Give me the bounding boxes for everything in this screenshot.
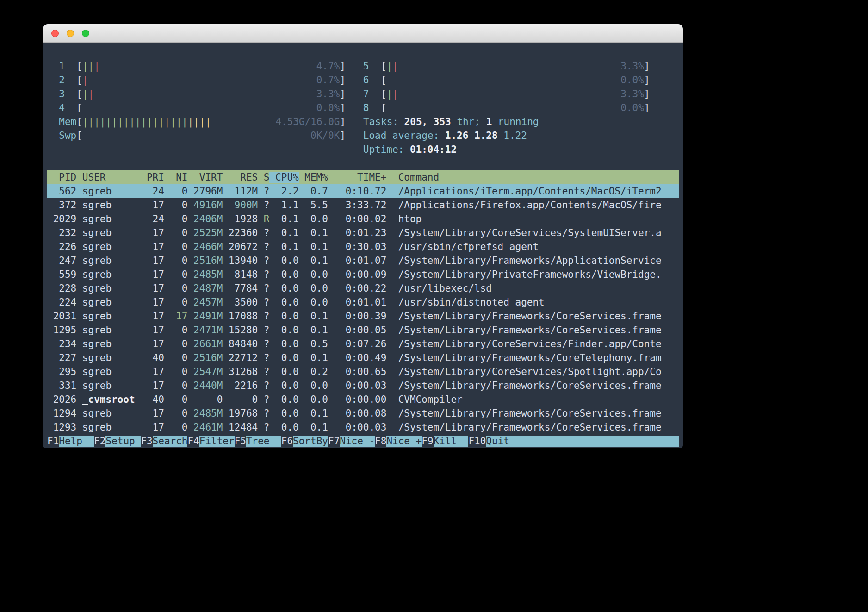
cell-ni: 0 [164, 200, 188, 211]
meter-value: 3.3% [620, 61, 644, 72]
memory-meter-line: Mem[|||||||||||||||||||||| 4.53G/16.0G] … [47, 115, 683, 129]
cell-virt: 2485M [187, 408, 223, 419]
cell-time: 0:01.07 [328, 255, 386, 266]
column-header-virt[interactable]: VIRT [187, 172, 223, 183]
cell-user: sgreb [76, 227, 141, 238]
fkey-nice[interactable]: F8Nice + [375, 436, 422, 447]
process-row[interactable]: 2031 sgreb 17 17 2491M 17088 ? 0.0 0.1 0… [47, 309, 679, 323]
meter-tick: | [392, 61, 398, 72]
meter-label: 7 [363, 88, 381, 100]
meter-tick: | [100, 116, 106, 127]
process-row[interactable]: 1295 sgreb 17 0 2471M 15280 ? 0.0 0.1 0:… [47, 323, 679, 337]
window-titlebar[interactable] [43, 24, 683, 43]
column-header-s[interactable]: S [258, 172, 269, 183]
fkey-label: Tree [246, 436, 281, 447]
column-header-res[interactable]: RES [223, 172, 258, 183]
cell-command: /Applications/Firefox.app/Contents/MacOS… [386, 200, 679, 211]
cell-virt: 2485M [187, 269, 223, 280]
process-row[interactable]: 232 sgreb 17 0 2525M 22360 ? 0.1 0.1 0:0… [47, 226, 679, 240]
process-row[interactable]: 1293 sgreb 17 0 2461M 12484 ? 0.0 0.1 0:… [47, 420, 679, 434]
column-header-cpu[interactable]: CPU% [269, 172, 298, 183]
meter-label: 1 [59, 61, 76, 72]
cell-command: /System/Library/Frameworks/ApplicationSe… [386, 255, 679, 266]
htop-terminal[interactable]: 1 [||| 4.7%] 5 [|| 3.3%] 2 [| 0.7%] 6 [ … [43, 43, 683, 448]
fkey-setup[interactable]: F2Setup [94, 436, 141, 447]
meter-label: 8 [363, 102, 381, 113]
process-row[interactable]: 331 sgreb 17 0 2440M 2216 ? 0.0 0.0 0:00… [47, 379, 679, 393]
column-header-time[interactable]: TIME+ [328, 172, 386, 183]
cell-time: 0:00.03 [328, 422, 386, 433]
meter-open-bracket: [ [381, 88, 387, 100]
process-row[interactable]: 372 sgreb 17 0 4916M 900M ? 1.1 5.5 3:33… [47, 198, 679, 212]
meter-tick: | [129, 116, 135, 127]
cell-res: 900M [223, 200, 258, 211]
tasks-summary: Tasks: [363, 116, 404, 127]
column-header-user[interactable]: USER [76, 172, 141, 183]
process-row[interactable]: 1294 sgreb 17 0 2485M 19768 ? 0.0 0.1 0:… [47, 406, 679, 420]
cell-ni: 0 [164, 394, 188, 405]
meter-value: 0.7% [316, 75, 340, 86]
column-header-ni[interactable]: NI [164, 172, 188, 183]
cell-ni: 0 [164, 213, 188, 225]
meter-close-bracket: ] [340, 75, 346, 86]
process-row[interactable]: 295 sgreb 17 0 2547M 31268 ? 0.0 0.2 0:0… [47, 365, 679, 379]
meter-tick: | [170, 116, 176, 127]
cell-mem: 0.7 [299, 186, 328, 197]
meter-tick: | [82, 116, 88, 127]
fkey-filter[interactable]: F4Filter [187, 436, 234, 447]
cell-virt: 2516M [187, 352, 223, 363]
cell-cpu: 0.0 [269, 297, 298, 308]
cell-user: sgreb [76, 338, 141, 350]
fkey-sortby[interactable]: F6SortBy [281, 436, 328, 447]
fkey-tree[interactable]: F5Tree [235, 436, 281, 447]
cell-pri: 17 [141, 241, 164, 252]
column-header-command[interactable]: Command [386, 172, 679, 183]
column-header-pid[interactable]: PID [47, 172, 76, 183]
meter-tick: | [88, 116, 94, 127]
process-row[interactable]: 247 sgreb 17 0 2516M 13940 ? 0.0 0.1 0:0… [47, 254, 679, 268]
fkey-nice[interactable]: F7Nice - [328, 436, 375, 447]
fkey-kill[interactable]: F9Kill [422, 436, 468, 447]
cell-time: 0:00.22 [328, 283, 386, 294]
meter-close-bracket: ] [340, 130, 346, 141]
fkey-search[interactable]: F3Search [141, 436, 187, 447]
cell-pri: 40 [141, 394, 164, 405]
cell-mem: 0.0 [299, 213, 328, 225]
meter-value: 3.3% [620, 88, 644, 100]
cell-ni: 0 [164, 283, 188, 294]
close-window-button[interactable] [51, 30, 59, 37]
process-row[interactable]: 227 sgreb 40 0 2516M 22712 ? 0.0 0.1 0:0… [47, 351, 679, 365]
cell-ni: 0 [164, 227, 188, 238]
process-row[interactable]: 228 sgreb 17 0 2487M 7784 ? 0.0 0.0 0:00… [47, 281, 679, 295]
meter-tick: | [82, 75, 88, 86]
meter-open-bracket: [ [76, 102, 82, 113]
process-row[interactable]: 562 sgreb 24 0 2796M 112M ? 2.2 0.7 0:10… [47, 184, 679, 198]
process-row[interactable]: 224 sgreb 17 0 2457M 3500 ? 0.0 0.0 0:01… [47, 295, 679, 309]
cell-command: CVMCompiler [386, 394, 679, 405]
terminal-window: 1 [||| 4.7%] 5 [|| 3.3%] 2 [| 0.7%] 6 [ … [43, 24, 683, 448]
cell-mem: 0.1 [299, 227, 328, 238]
cell-time: 0:07.26 [328, 338, 386, 350]
cell-command: /System/Library/Frameworks/CoreServices.… [386, 408, 679, 419]
cell-cpu: 0.1 [269, 213, 298, 225]
process-row[interactable]: 2026 _cvmsroot 40 0 0 0 ? 0.0 0.0 0:00.0… [47, 393, 679, 406]
process-row[interactable]: 2029 sgreb 24 0 2406M 1928 R 0.1 0.0 0:0… [47, 212, 679, 226]
tasks-summary: 1 [486, 116, 492, 127]
cell-s: ? [258, 394, 269, 405]
fkey-help[interactable]: F1Help [47, 436, 94, 447]
meter-tick: | [176, 116, 182, 127]
process-row[interactable]: 559 sgreb 17 0 2485M 8148 ? 0.0 0.0 0:00… [47, 268, 679, 281]
cell-virt: 4916M [187, 200, 223, 211]
cell-ni: 0 [164, 269, 188, 280]
column-header-mem[interactable]: MEM% [299, 172, 328, 183]
meter-value: 0.0% [620, 102, 644, 113]
minimize-window-button[interactable] [67, 30, 74, 37]
column-header-pri[interactable]: PRI [141, 172, 164, 183]
process-row[interactable]: 234 sgreb 17 0 2661M 84840 ? 0.0 0.5 0:0… [47, 337, 679, 351]
zoom-window-button[interactable] [82, 30, 89, 37]
fkey-quit[interactable]: F10Quit [468, 436, 521, 447]
cell-command: /System/Library/Frameworks/CoreServices.… [386, 422, 679, 433]
cell-time: 0:00.65 [328, 366, 386, 377]
cell-virt: 2516M [187, 255, 223, 266]
process-row[interactable]: 226 sgreb 17 0 2466M 20672 ? 0.1 0.1 0:3… [47, 240, 679, 254]
